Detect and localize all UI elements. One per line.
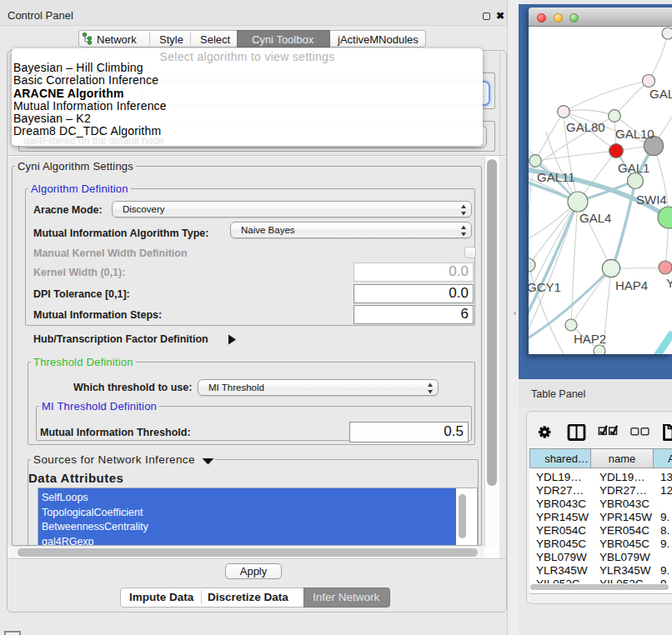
- svg-text:HAP2: HAP2: [574, 332, 606, 346]
- svg-text:Y: Y: [666, 276, 672, 290]
- svg-text:GAL80: GAL80: [566, 120, 605, 134]
- svg-text:SWI4: SWI4: [636, 192, 667, 207]
- svg-text:GAL11: GAL11: [537, 170, 575, 184]
- svg-text:GAL: GAL: [649, 87, 672, 101]
- svg-text:GCY1: GCY1: [529, 280, 561, 294]
- svg-text:GAL1: GAL1: [618, 161, 649, 175]
- svg-text:HAP4: HAP4: [615, 278, 648, 292]
- svg-text:GAL10: GAL10: [615, 127, 654, 141]
- svg-text:GAL4: GAL4: [579, 211, 611, 225]
